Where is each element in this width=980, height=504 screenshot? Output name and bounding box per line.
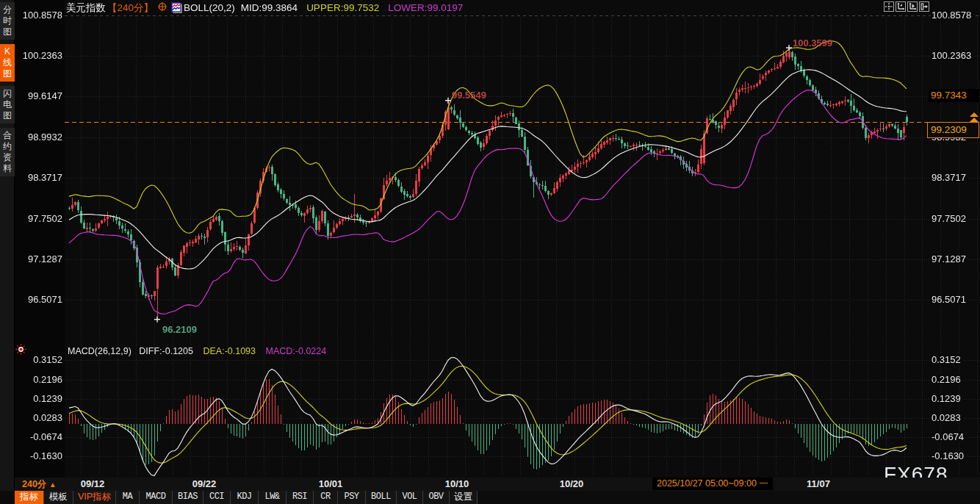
boll-mid-value: MID:99.3864 (241, 2, 298, 13)
target-icon[interactable] (158, 2, 167, 14)
swing-high-label-2: 100.3599 (793, 37, 832, 48)
sidebar-tab-char: 料 (0, 163, 15, 174)
period-label-text: 240分 (22, 479, 46, 489)
period-badge: 【240分】 (107, 2, 154, 13)
toolbar-button-cr[interactable]: CR (314, 491, 338, 504)
macd-tick-label: -0.1630 (931, 451, 966, 461)
toolbar-button-[interactable]: 指标 (15, 491, 44, 504)
chart-window-controls (884, 1, 929, 12)
macd-tick-label: 0.3152 (931, 355, 963, 365)
time-tick-label: 11/07 (807, 478, 830, 489)
crosshair-tool-icon[interactable] (884, 1, 894, 12)
toolbar-button-bias[interactable]: BIAS (173, 491, 203, 504)
crosshair-datetime-readout: 2025/10/27 05:00~09:00 一 (652, 478, 773, 490)
macd-tick-label: 0.1239 (931, 394, 963, 404)
price-tick-label: 96.5071 (931, 295, 968, 305)
macd-diff-value: DIFF:-0.1205 (139, 346, 193, 356)
sidebar-tab-char: 分 (0, 4, 15, 15)
zoom-out-x-icon[interactable] (896, 1, 906, 12)
toolbar-button-macd[interactable]: MACD (140, 491, 173, 504)
toolbar-button-vol[interactable]: VOL (397, 491, 423, 504)
price-tick-label: 98.9932 (14, 132, 62, 143)
toolbar-button-obv[interactable]: OBV (423, 491, 450, 504)
time-tick-label: 09/12 (81, 478, 105, 489)
period-selector[interactable]: 240分 ▲ (22, 478, 57, 491)
chart-title-bar: 美元指数【240分】BOLL(20,2)MID:99.3864UPPER:99.… (66, 2, 463, 14)
sidebar-tab-char: 约 (0, 141, 15, 152)
macd-tick-label: 0.2196 (931, 375, 963, 385)
macd-bar-value: MACD:-0.0224 (266, 346, 327, 356)
price-tick-label: 97.1287 (931, 254, 968, 264)
macd-tick-label: 0.2196 (14, 375, 62, 385)
toolbar-button-cci[interactable]: CCI (203, 491, 231, 504)
time-axis-row: 240分 ▲ 09/1209/2210/0110/1010/2011/07 20… (15, 478, 980, 491)
mini-chart-icon[interactable] (171, 2, 182, 16)
macd-tick-label: 0.1239 (14, 394, 62, 404)
sidebar-tab-char: 图 (0, 110, 15, 121)
toolbar-button-psy[interactable]: PSY (338, 491, 366, 504)
boll-upper-value: UPPER:99.7532 (306, 2, 379, 13)
study-label: BOLL(20,2) (184, 2, 235, 13)
price-tick-label: 97.1287 (14, 254, 62, 264)
macd-name: MACD(26,12,9) (68, 346, 131, 356)
toolbar-button-[interactable]: 模板 (44, 491, 73, 504)
sidebar-tab-flash-chart[interactable]: 闪电图 (0, 86, 15, 123)
swing-low-label: 96.2109 (162, 324, 197, 335)
indicator-toolbar: 指标模板VIP指标MAMACDBIASCCIKDJLW&RSICRPSYBOLL… (15, 491, 980, 504)
macd-tick-label: -0.0674 (931, 432, 966, 442)
price-tick-label: 100.2363 (14, 51, 62, 61)
toolbar-button-boll[interactable]: BOLL (366, 491, 397, 504)
chart-type-sidebar: 分时图K线图闪电图合约资料 (0, 0, 15, 491)
sidebar-tab-char: 闪 (0, 88, 15, 99)
toolbar-button-lw[interactable]: LW& (259, 491, 287, 504)
sidebar-tab-char: 图 (0, 68, 15, 79)
price-tick-label: 97.7502 (14, 214, 62, 224)
time-tick-label: 10/20 (560, 478, 584, 489)
price-tick-label: 100.8578 (14, 10, 62, 21)
sidebar-tab-char: 时 (0, 15, 15, 26)
macd-tick-label: -0.1630 (14, 451, 62, 461)
sidebar-tab-char: 线 (0, 57, 15, 68)
price-tick-label: 100.2363 (931, 51, 973, 61)
period-dropdown-arrow-icon: ▲ (49, 480, 57, 489)
toolbar-button-ma[interactable]: MA (116, 491, 140, 504)
go-to-latest-icon[interactable] (919, 1, 929, 12)
price-tick-label: 97.7502 (931, 214, 968, 224)
symbol-name: 美元指数 (66, 2, 106, 13)
macd-dea-value: DEA:-0.1093 (203, 346, 256, 356)
toolbar-button-kdj[interactable]: KDJ (231, 491, 259, 504)
macd-header: MACD(26,12,9) DIFF:-0.1205 DEA:-0.1093 M… (68, 346, 326, 356)
candlestick-chart-canvas[interactable] (0, 0, 980, 504)
price-up-arrows-icon (969, 112, 979, 127)
zoom-in-x-icon[interactable] (907, 1, 918, 12)
sidebar-tab-time-chart[interactable]: 分时图 (0, 2, 15, 40)
price-tick-label: 98.3717 (14, 173, 62, 183)
price-tick-label: 98.3717 (931, 173, 968, 183)
swing-high-label-1: 99.5549 (452, 90, 486, 101)
time-tick-label: 10/10 (445, 478, 469, 489)
toolbar-button-[interactable]: 设置 (450, 491, 478, 504)
chart-application: 分时图K线图闪电图合约资料 美元指数【240分】BOLL(20,2)MID:99… (0, 0, 980, 504)
sidebar-tab-candlestick-chart[interactable]: K线图 (0, 44, 15, 82)
hotspot-sun-icon[interactable] (15, 344, 26, 358)
sidebar-tab-char: 合 (0, 130, 15, 141)
price-tick-label: 99.6147 (14, 91, 62, 101)
toolbar-button-vip[interactable]: VIP指标 (73, 491, 116, 504)
price-tick-label: 100.8578 (931, 10, 973, 21)
sidebar-tab-char: K (0, 46, 15, 57)
time-tick-label: 09/22 (192, 478, 217, 489)
macd-tick-label: 0.0283 (14, 413, 62, 423)
sidebar-tab-char: 资 (0, 152, 15, 163)
time-tick-label: 10/01 (319, 478, 343, 489)
sidebar-tab-contract-info[interactable]: 合约资料 (0, 128, 15, 176)
macd-tick-label: 0.0283 (931, 413, 963, 423)
toolbar-button-rsi[interactable]: RSI (287, 491, 314, 504)
price-tick-label: 96.5071 (14, 295, 62, 305)
sidebar-tab-char: 电 (0, 99, 15, 110)
sidebar-tab-char: 图 (0, 26, 15, 37)
macd-tick-label: -0.0674 (14, 432, 62, 442)
upper-band-price-badge: 99.7343 (929, 89, 979, 102)
boll-lower-value: LOWER:99.0197 (388, 2, 463, 13)
